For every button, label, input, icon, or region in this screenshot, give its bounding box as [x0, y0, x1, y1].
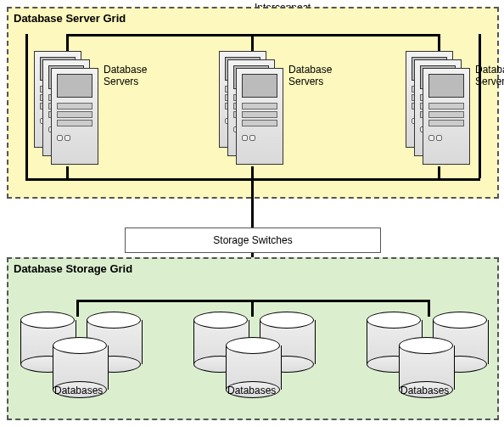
database-cluster: Databases — [20, 312, 156, 413]
server-icon — [51, 68, 98, 165]
database-cluster: Databases — [193, 312, 329, 413]
server-cluster-label: DatabaseServers — [475, 65, 504, 88]
database-server-grid: Database Server Grid DatabaseServers — [7, 7, 499, 199]
architecture-diagram: Interconnect Database Server Grid — [0, 0, 504, 427]
database-cluster-label: Databases — [400, 385, 449, 396]
storage-switches-box: Storage Switches — [125, 228, 381, 253]
server-grid-title: Database Server Grid — [14, 12, 126, 25]
server-cluster-label: DatabaseServers — [288, 65, 332, 88]
link-servers-to-switch — [251, 178, 254, 228]
server-cluster: DatabaseServers — [34, 51, 144, 170]
server-icon — [423, 68, 470, 165]
storage-switches-label: Storage Switches — [213, 234, 292, 246]
server-cluster: DatabaseServers — [406, 51, 504, 170]
database-storage-grid: Database Storage Grid Databases Database… — [7, 257, 499, 420]
server-bus-drop-1 — [66, 34, 69, 53]
server-cluster-label: DatabaseServers — [104, 65, 147, 88]
server-bus-drop-2 — [251, 34, 254, 53]
database-cluster: Databases — [367, 312, 502, 413]
storage-grid-title: Database Storage Grid — [14, 262, 132, 275]
server-icon — [236, 68, 283, 165]
server-bus-drop-3 — [438, 34, 440, 53]
database-cluster-label: Databases — [227, 385, 276, 396]
database-cluster-label: Databases — [54, 385, 103, 396]
server-cluster: DatabaseServers — [219, 51, 329, 170]
server-bus-left — [25, 34, 28, 178]
